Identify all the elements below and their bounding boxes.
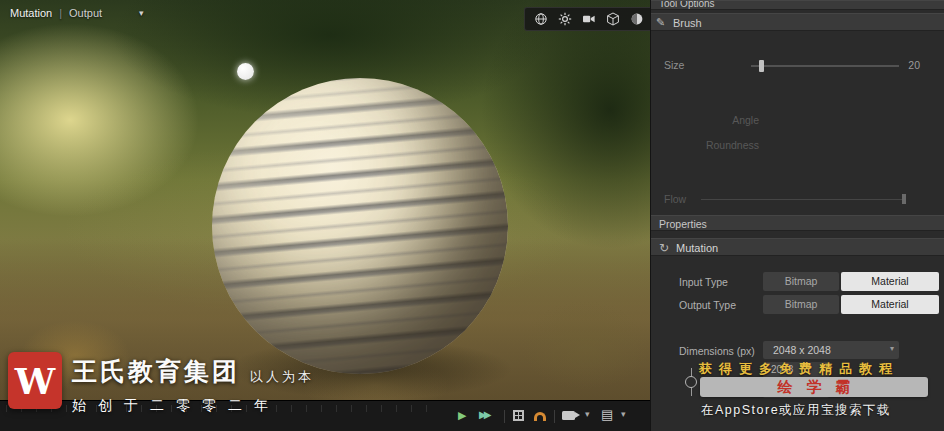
cube-icon[interactable] bbox=[606, 12, 620, 26]
display-settings-icon[interactable] bbox=[558, 12, 572, 26]
viewport-toolbar bbox=[524, 7, 650, 31]
input-type-row: Input Type Bitmap Material bbox=[651, 272, 944, 291]
angle-label: Angle bbox=[651, 114, 759, 126]
properties-header[interactable]: Properties bbox=[651, 215, 944, 231]
chevron-down-icon[interactable] bbox=[585, 409, 590, 419]
promo-overlay: 获得更多免费精品教程 绘学霸 在AppStore或应用宝搜索下载 bbox=[655, 356, 944, 431]
toolbar-divider bbox=[504, 410, 505, 423]
output-bitmap-button[interactable]: Bitmap bbox=[763, 295, 839, 314]
input-type-label: Input Type bbox=[679, 276, 728, 288]
dimensions-value: 2048 x 2048 bbox=[773, 344, 831, 356]
promo-brand-bar: 绘学霸 bbox=[700, 377, 928, 397]
viewport-3d[interactable]: Mutation | Output bbox=[0, 0, 650, 400]
size-label: Size bbox=[664, 59, 684, 71]
flow-slider bbox=[701, 199, 904, 200]
breadcrumb: Mutation | Output bbox=[10, 7, 144, 19]
scene-foliage bbox=[520, 300, 650, 390]
tool-options-header[interactable]: Tool Options bbox=[651, 0, 944, 10]
fast-forward-icon[interactable] bbox=[479, 409, 488, 420]
input-bitmap-button[interactable]: Bitmap bbox=[763, 272, 839, 291]
globe-icon[interactable] bbox=[534, 12, 548, 26]
camera-icon[interactable] bbox=[582, 12, 596, 26]
chevron-down-icon[interactable] bbox=[139, 8, 144, 18]
magnet-icon[interactable] bbox=[534, 409, 546, 421]
play-icon[interactable] bbox=[458, 409, 466, 422]
breadcrumb-separator: | bbox=[59, 7, 62, 19]
chevron-down-icon bbox=[890, 344, 894, 353]
watermark-founded: 始创于二零零二年 bbox=[72, 397, 280, 415]
brush-size-row: Size 20 bbox=[651, 56, 944, 74]
promo-footer: 在AppStore或应用宝搜索下载 bbox=[701, 402, 891, 419]
grid-snap-icon[interactable] bbox=[513, 409, 524, 421]
refresh-icon bbox=[659, 241, 669, 255]
promo-headline: 获得更多免费精品教程 bbox=[699, 360, 899, 378]
breadcrumb-primary[interactable]: Mutation bbox=[10, 7, 52, 19]
output-type-row: Output Type Bitmap Material bbox=[651, 295, 944, 314]
flow-label: Flow bbox=[664, 193, 686, 205]
clapper-icon[interactable] bbox=[601, 407, 613, 422]
watermark-logo-letter: W bbox=[15, 360, 55, 402]
material-sphere-preview[interactable] bbox=[212, 78, 508, 374]
promo-brand-name: 绘学霸 bbox=[700, 377, 928, 397]
tool-options-title: Tool Options bbox=[659, 0, 715, 9]
breadcrumb-secondary[interactable]: Output bbox=[69, 7, 102, 19]
flow-slider-handle bbox=[902, 194, 906, 204]
watermark-logo: W bbox=[8, 352, 62, 409]
brush-flow-row: Flow bbox=[651, 191, 944, 207]
app-root: Mutation | Output bbox=[0, 0, 944, 431]
toolbar-divider bbox=[554, 410, 555, 423]
brush-section-title: Brush bbox=[673, 17, 702, 29]
environment-sphere-icon[interactable] bbox=[630, 12, 644, 26]
size-value[interactable]: 20 bbox=[908, 59, 920, 71]
mutation-section-header[interactable]: Mutation bbox=[651, 238, 944, 256]
input-material-button[interactable]: Material bbox=[841, 272, 939, 291]
watermark-slogan: 以人为本 bbox=[250, 368, 314, 386]
roundness-label: Roundness bbox=[651, 139, 759, 151]
output-type-label: Output Type bbox=[679, 299, 736, 311]
brush-section-header[interactable]: Brush bbox=[651, 13, 944, 31]
mutation-section-title: Mutation bbox=[676, 242, 718, 254]
camera-view-icon[interactable] bbox=[562, 409, 575, 420]
brush-icon bbox=[656, 16, 665, 29]
watermark-company: 王氏教育集团 bbox=[72, 355, 240, 388]
output-material-button[interactable]: Material bbox=[841, 295, 939, 314]
properties-title: Properties bbox=[659, 218, 707, 230]
size-slider[interactable] bbox=[751, 65, 899, 67]
light-gizmo[interactable] bbox=[237, 63, 254, 80]
size-slider-handle[interactable] bbox=[759, 60, 764, 72]
chevron-down-icon[interactable] bbox=[621, 409, 626, 419]
